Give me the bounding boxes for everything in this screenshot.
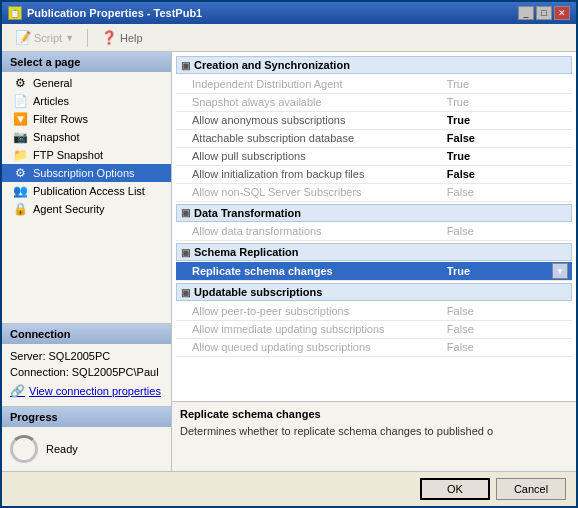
- close-button[interactable]: ✕: [554, 6, 570, 20]
- expand-icon-schema: ▣: [181, 247, 190, 258]
- creation-sync-table: Independent Distribution Agent True Snap…: [176, 75, 572, 202]
- updatable-subscriptions-table: Allow peer-to-peer subscriptions False A…: [176, 302, 572, 357]
- creation-sync-header[interactable]: ▣ Creation and Synchronization: [176, 56, 572, 74]
- footer: OK Cancel: [2, 471, 576, 506]
- subscription-icon: ⚙: [12, 166, 28, 180]
- main-content: Select a page ⚙ General 📄 Articles 🔽 Fil…: [2, 52, 576, 471]
- main-window: 📋 Publication Properties - TestPub1 _ □ …: [0, 0, 578, 508]
- table-row: Independent Distribution Agent True: [176, 75, 572, 93]
- script-button[interactable]: 📝 Script ▼: [8, 27, 81, 48]
- table-row: Snapshot always available True: [176, 93, 572, 111]
- script-icon: 📝: [15, 30, 31, 45]
- ok-button[interactable]: OK: [420, 478, 490, 500]
- sidebar: Select a page ⚙ General 📄 Articles 🔽 Fil…: [2, 52, 172, 471]
- dropdown-arrow[interactable]: ▼: [552, 263, 568, 279]
- dropdown-cell: True ▼: [447, 263, 568, 279]
- progress-section: Progress Ready: [2, 406, 171, 471]
- connection-section: Connection Server: SQL2005PC Connection:…: [2, 323, 171, 406]
- sidebar-item-filter-rows[interactable]: 🔽 Filter Rows: [2, 110, 171, 128]
- expand-icon-updatable: ▣: [181, 287, 190, 298]
- description-area: Replicate schema changes Determines whet…: [172, 401, 576, 471]
- sidebar-item-agent-security[interactable]: 🔒 Agent Security: [2, 200, 171, 218]
- cancel-button[interactable]: Cancel: [496, 478, 566, 500]
- properties-area: ▣ Creation and Synchronization Independe…: [172, 52, 576, 401]
- table-row[interactable]: Allow pull subscriptions True: [176, 147, 572, 165]
- security-icon: 🔒: [12, 202, 28, 216]
- general-icon: ⚙: [12, 76, 28, 90]
- help-icon: ❓: [101, 30, 117, 45]
- articles-icon: 📄: [12, 94, 28, 108]
- view-conn-icon: 🔗: [10, 384, 25, 398]
- table-row[interactable]: Allow initialization from backup files F…: [176, 165, 572, 183]
- table-row: Allow immediate updating subscriptions F…: [176, 320, 572, 338]
- toolbar-separator: [87, 29, 88, 47]
- data-transform-table: Allow data transformations False: [176, 223, 572, 242]
- sidebar-item-subscription-options[interactable]: ⚙ Subscription Options: [2, 164, 171, 182]
- view-connection-link[interactable]: 🔗 View connection properties: [10, 382, 163, 400]
- connection-label: Connection: SQL2005PC\Paul: [10, 366, 163, 378]
- server-label: Server: SQL2005PC: [10, 350, 163, 362]
- ftp-icon: 📁: [12, 148, 28, 162]
- progress-body: Ready: [2, 427, 171, 471]
- schema-replication-table: Replicate schema changes True ▼: [176, 262, 572, 281]
- sidebar-item-ftp-snapshot[interactable]: 📁 FTP Snapshot: [2, 146, 171, 164]
- title-buttons: _ □ ✕: [518, 6, 570, 20]
- description-text: Determines whether to replicate schema c…: [180, 424, 568, 439]
- table-row[interactable]: Replicate schema changes True ▼: [176, 262, 572, 281]
- filter-icon: 🔽: [12, 112, 28, 126]
- title-bar: 📋 Publication Properties - TestPub1 _ □ …: [2, 2, 576, 24]
- toolbar: 📝 Script ▼ ❓ Help: [2, 24, 576, 52]
- sidebar-section-title: Select a page: [2, 52, 171, 72]
- schema-replication-header[interactable]: ▣ Schema Replication: [176, 243, 572, 261]
- sidebar-item-general[interactable]: ⚙ General: [2, 74, 171, 92]
- connection-title: Connection: [2, 324, 171, 344]
- minimize-button[interactable]: _: [518, 6, 534, 20]
- content-area: ▣ Creation and Synchronization Independe…: [172, 52, 576, 471]
- progress-spinner: [10, 435, 38, 463]
- data-transform-header[interactable]: ▣ Data Transformation: [176, 204, 572, 222]
- table-row[interactable]: Allow anonymous subscriptions True: [176, 111, 572, 129]
- window-title: Publication Properties - TestPub1: [27, 7, 202, 19]
- window-icon: 📋: [8, 6, 22, 20]
- table-row[interactable]: Attachable subscription database False: [176, 129, 572, 147]
- table-row: Allow peer-to-peer subscriptions False: [176, 302, 572, 320]
- table-row: Allow non-SQL Server Subscribers False: [176, 183, 572, 201]
- sidebar-items: ⚙ General 📄 Articles 🔽 Filter Rows 📷 Sna…: [2, 72, 171, 323]
- table-row: Allow queued updating subscriptions Fals…: [176, 338, 572, 356]
- progress-status: Ready: [46, 443, 78, 455]
- access-list-icon: 👥: [12, 184, 28, 198]
- snapshot-icon: 📷: [12, 130, 28, 144]
- connection-body: Server: SQL2005PC Connection: SQL2005PC\…: [2, 344, 171, 406]
- expand-icon-data-transform: ▣: [181, 207, 190, 218]
- maximize-button[interactable]: □: [536, 6, 552, 20]
- sidebar-item-articles[interactable]: 📄 Articles: [2, 92, 171, 110]
- progress-title: Progress: [2, 407, 171, 427]
- sidebar-item-snapshot[interactable]: 📷 Snapshot: [2, 128, 171, 146]
- updatable-subscriptions-header[interactable]: ▣ Updatable subscriptions: [176, 283, 572, 301]
- table-row: Allow data transformations False: [176, 223, 572, 241]
- description-title: Replicate schema changes: [180, 408, 568, 420]
- expand-icon-creation: ▣: [181, 60, 190, 71]
- sidebar-item-publication-access-list[interactable]: 👥 Publication Access List: [2, 182, 171, 200]
- help-button[interactable]: ❓ Help: [94, 27, 150, 48]
